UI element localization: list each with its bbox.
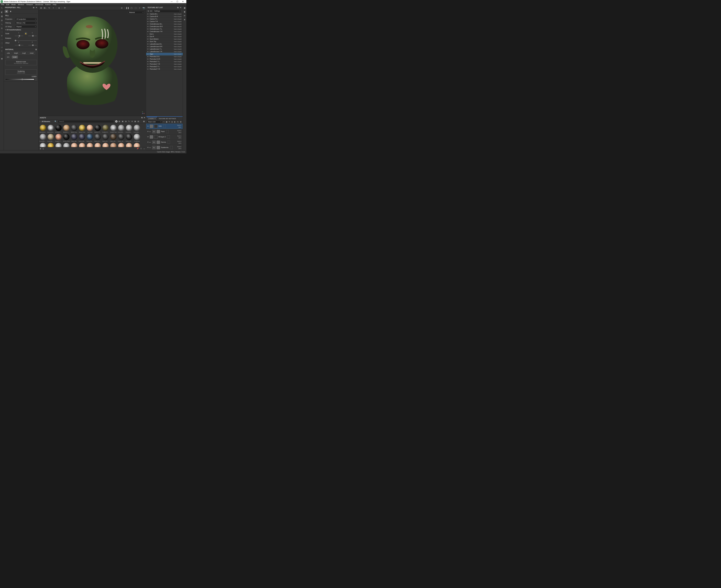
layer-row[interactable]: 👁▸🗀PaintNorm100 [146,129,183,134]
asset-item[interactable]: Copper Pure [55,134,62,142]
texture-set-row[interactable]: 👁LateralIncisor-T-LMain shader [146,48,183,50]
texture-set-row[interactable]: 👁LateralIncisor-T-RMain shader [146,50,183,53]
visibility-icon[interactable]: 👁 [147,46,149,47]
add-folder-icon[interactable]: 🗀 [177,121,179,123]
blend-mode[interactable]: Norm [177,135,182,137]
scatter-expand-icon[interactable]: ⛶ [35,78,37,80]
assets-foot-icon1[interactable]: ≣ [40,148,41,150]
texture-set-row[interactable]: 👁CentralIncisor-B-RMain shader [146,25,183,28]
close-panel-icon[interactable]: ✕ [36,6,37,8]
rs-log-icon[interactable]: ≣ [184,19,185,21]
blend-mode[interactable]: Norm [177,141,182,142]
channel-color[interactable]: color [5,51,12,55]
layer-visibility-icon[interactable]: 👁 [147,125,149,127]
texture-set-row[interactable]: 👁Premolar1-T-LMain shader [146,60,183,63]
opacity[interactable]: 100 [178,126,182,128]
grid-plus-icon[interactable]: ⊞₊ [44,7,46,9]
ts-visall-icon[interactable]: 👁 [147,10,149,12]
menu-javascript[interactable]: JavaScript [35,4,43,5]
brush-tool-icon[interactable]: ✎ [1,7,3,9]
visibility-icon[interactable]: 👁 [147,21,149,22]
channel-metal[interactable]: metal [28,51,35,55]
visibility-icon[interactable]: 👁 [147,56,149,58]
layer-mask-slot[interactable] [170,146,173,149]
asset-item[interactable] [71,143,78,147]
channel-nrm[interactable]: nrm [5,56,11,59]
rs-history-icon[interactable]: ⟳ [184,15,185,17]
asset-item[interactable]: Autumn L... [63,125,70,133]
wand-icon[interactable]: ✧ [52,7,55,9]
filtering-dropdown[interactable]: Bilinear | HQ▾ [15,21,37,24]
cube-icon[interactable]: ⬚ [134,7,137,9]
texture-set-row[interactable]: 👁Canine-B-RMain shader [146,15,183,18]
3d-viewport[interactable]: Material▾ [39,10,146,116]
visibility-icon[interactable]: 👁 [147,36,149,37]
opacity[interactable]: 100 [178,142,182,144]
add-icon[interactable]: ⊕ [58,7,60,9]
layer-mask-slot[interactable] [167,141,170,144]
asset-item[interactable] [126,143,133,147]
layer-visibility-icon[interactable]: 👁 [147,136,149,138]
smudge-tool-icon[interactable]: ∿ [1,23,3,25]
asset-item[interactable]: Aluminium... [39,125,46,133]
projection-dropdown[interactable]: UV projection▾ [15,18,37,21]
filter-mask-icon[interactable]: ▣ [122,120,124,123]
asset-item[interactable]: Glitter [39,143,46,147]
asset-item[interactable]: Concrete C... [126,125,133,133]
asset-item[interactable] [63,143,70,147]
tab-texture-set-settings[interactable]: TEXTURE SET SETTINGS [157,117,177,120]
menu-python[interactable]: Python [45,4,51,5]
tab-layers[interactable]: LAYERS✕ [147,117,157,120]
layer-visibility-icon[interactable]: 👁 [147,147,149,148]
asset-item[interactable]: Artificial Le... [55,125,62,133]
visibility-icon[interactable]: 👁 [147,23,149,25]
filter-alpha-icon[interactable]: ⊛ [131,120,133,123]
channel-scatt[interactable]: scatt [12,56,18,59]
blend-mode[interactable]: Norm [177,130,182,131]
scale-x-slider[interactable] [15,36,23,36]
visibility-icon[interactable]: 👁 [147,43,149,45]
asset-item[interactable]: Aluminium... [47,125,54,133]
visibility-icon[interactable]: 👁 [147,13,149,15]
visibility-icon[interactable]: 👁 [147,26,149,27]
asset-item[interactable]: Gold Pure [47,143,54,147]
assets-close-icon[interactable]: ✕ [144,117,145,119]
pause-icon[interactable]: ❚❚ [126,7,129,9]
filter-filter-icon[interactable]: ◑ [125,120,127,123]
layer-row[interactable]: 👁SSSNorm100 [146,124,183,129]
scatter-slider[interactable] [5,79,34,80]
refresh-icon[interactable]: ⟳ [64,7,66,9]
visibility-icon[interactable]: 👁 [147,28,149,30]
eraser-tool-icon[interactable]: ◧ [1,11,3,13]
opacity[interactable]: 100 [178,137,182,139]
asset-item[interactable] [94,143,101,147]
offset-x-slider[interactable] [15,45,23,45]
asset-item[interactable]: Baked Lig... [71,125,78,133]
asset-item[interactable]: Calf Skin [86,125,93,133]
blend-mode[interactable]: Norm [177,125,182,126]
visibility-icon[interactable]: ○ [147,33,149,35]
texture-set-row[interactable]: 👁OgreMain shader [146,53,183,56]
ts-undock-icon[interactable]: ⧉ [177,6,179,8]
visibility-icon[interactable]: 👁 [147,51,149,52]
texture-set-row[interactable]: 👁Premolar2-T-LMain shader [146,65,183,68]
delete-layer-icon[interactable]: 🗑 [180,121,182,123]
visibility-icon[interactable]: 👁 [147,58,149,60]
offset-y-slider[interactable] [28,45,37,45]
polyfill-tool-icon[interactable]: ⬚ [1,42,3,44]
texture-set-row[interactable]: 👁Gum-TopMain shader [146,40,183,43]
filter-env-icon[interactable]: ▤ [137,120,139,123]
filter-smart-icon[interactable]: ◐ [118,120,121,123]
assets-foot-icon2[interactable]: ⎘ [43,148,44,150]
window-close-icon[interactable]: ✕ [180,0,186,3]
rs-cube-icon[interactable]: ▣ [184,7,185,9]
ts-settings-dropdown[interactable]: Settings▾ [153,10,181,13]
rs-globe-icon[interactable]: ◉ [184,11,185,13]
tab-close-icon[interactable]: ✕ [155,118,156,120]
texture-set-row[interactable]: 👁Canine-T-RMain shader [146,20,183,23]
texture-set-row[interactable]: 👁Canine-T-LMain shader [146,18,183,20]
layer-visibility-icon[interactable]: 👁 [147,131,149,132]
texture-set-row[interactable]: 👁LateralIncisor-B-LMain shader [146,43,183,45]
menu-help[interactable]: Help [53,4,57,5]
filter-material-icon[interactable]: ● [115,120,117,123]
